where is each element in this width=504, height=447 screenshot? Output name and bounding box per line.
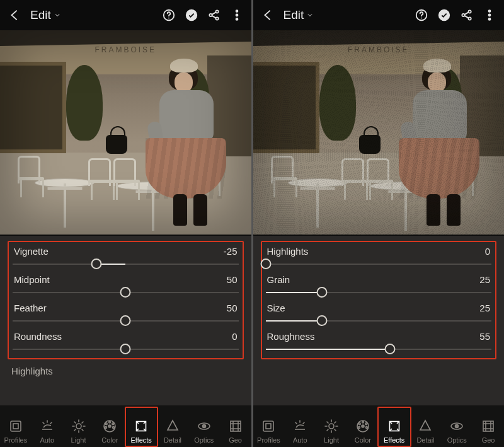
header: Edit [253,0,505,30]
svg-point-38 [365,423,367,425]
slider-thumb[interactable] [120,315,131,326]
svg-point-40 [358,423,360,425]
svg-point-7 [236,15,238,16]
nav-label: Light [324,436,339,444]
slider-value: 50 [227,303,238,313]
slider-roundness[interactable]: Roundness0 [10,330,241,357]
nav-effects[interactable]: Effects [125,418,157,447]
bottom-nav: ProfilesAutoLightColorEffectsDetailOptic… [253,405,505,447]
svg-rect-9 [11,421,21,431]
edit-dropdown[interactable]: Edit [284,8,314,22]
more-icon[interactable] [483,8,496,22]
svg-point-18 [105,427,107,429]
phone-left: Edit FRAMBOISE Vignette-25Midpoint50Feat… [0,0,251,447]
geo-icon [227,418,244,434]
svg-point-21 [202,425,205,428]
svg-point-6 [236,10,238,12]
nav-effects[interactable]: Effects [379,418,410,447]
header-title: Edit [284,8,304,22]
header-title: Edit [30,8,51,22]
phone-right: Edit FRAMBOISE Highlights0Grain25Size25R… [253,0,505,447]
svg-point-15 [112,423,114,425]
nav-label: Profiles [257,436,280,444]
svg-point-30 [489,15,491,16]
accept-icon[interactable] [437,8,451,22]
slider-thumb[interactable] [384,344,395,354]
nav-geo[interactable]: Geo [472,418,504,447]
auto-icon [39,418,55,434]
slider-size[interactable]: Size25 [263,301,495,328]
slider-midpoint[interactable]: Midpoint50 [10,273,241,300]
svg-rect-22 [231,421,241,431]
detail-icon [417,418,433,434]
nav-color[interactable]: Color [347,418,379,447]
geo-icon [480,418,496,434]
nav-light[interactable]: Light [316,418,347,447]
accept-icon[interactable] [185,8,198,22]
share-icon[interactable] [460,8,474,22]
nav-label: Geo [229,436,242,444]
slider-thumb[interactable] [120,344,131,354]
edit-dropdown[interactable]: Edit [30,8,61,22]
nav-optics[interactable]: Optics [188,418,220,447]
slider-label: Highlights [267,246,309,257]
help-icon[interactable] [415,8,428,22]
profiles-icon [8,418,24,434]
nav-geo[interactable]: Geo [220,418,251,447]
slider-value: 25 [479,303,490,313]
svg-point-41 [358,427,360,429]
svg-point-5 [215,17,218,20]
slider-value: 0 [485,246,490,257]
slider-roughness[interactable]: Roughness55 [263,330,495,357]
photo-preview[interactable]: FRAMBOISE [0,30,251,235]
svg-point-28 [468,17,471,20]
slider-grain[interactable]: Grain25 [263,273,495,300]
slider-label: Grain [267,274,290,285]
highlight-box: Highlights0Grain25Size25Roughness55 [261,241,497,359]
nav-auto[interactable]: Auto [32,418,63,447]
more-icon[interactable] [230,8,244,22]
slider-thumb[interactable] [260,258,271,269]
slider-thumb[interactable] [120,287,131,298]
slider-thumb[interactable] [317,287,328,298]
slider-thumb[interactable] [91,258,101,269]
help-icon[interactable] [162,8,176,22]
svg-rect-33 [266,424,271,429]
nav-auto[interactable]: Auto [284,418,316,447]
nav-light[interactable]: Light [63,418,94,447]
svg-point-26 [462,14,464,16]
photo-preview[interactable]: FRAMBOISE [253,30,505,235]
nav-profiles[interactable]: Profiles [253,418,285,447]
svg-point-34 [329,424,334,429]
nav-label: Effects [130,436,151,444]
nav-detail[interactable]: Detail [410,418,442,447]
sliders-panel: Vignette-25Midpoint50Feather50Roundness0… [0,236,251,405]
highlight-box: Vignette-25Midpoint50Feather50Roundness0 [8,241,244,359]
slider-label: Midpoint [14,274,50,285]
nav-label: Color [355,436,371,444]
slider-highlights[interactable]: Highlights0 [263,245,495,272]
slider-thumb[interactable] [317,315,328,326]
slider-vignette[interactable]: Vignette-25 [10,245,241,272]
svg-point-13 [108,425,111,427]
light-icon [323,418,340,434]
detail-icon [164,418,181,434]
nav-optics[interactable]: Optics [441,418,472,447]
svg-point-29 [489,10,491,12]
light-icon [71,418,87,434]
svg-point-14 [109,421,111,423]
share-icon[interactable] [207,8,221,22]
nav-label: Profiles [4,436,28,444]
effects-icon [386,418,403,434]
nav-profiles[interactable]: Profiles [0,418,32,447]
nav-label: Optics [447,436,467,444]
back-button[interactable] [8,8,21,22]
slider-feather[interactable]: Feather50 [10,301,241,328]
back-button[interactable] [261,8,275,22]
nav-label: Detail [416,436,434,444]
bottom-nav: ProfilesAutoLightColorEffectsDetailOptic… [0,405,251,447]
nav-label: Geo [482,436,495,444]
nav-detail[interactable]: Detail [157,418,188,447]
nav-color[interactable]: Color [94,418,125,447]
color-icon [101,418,118,434]
